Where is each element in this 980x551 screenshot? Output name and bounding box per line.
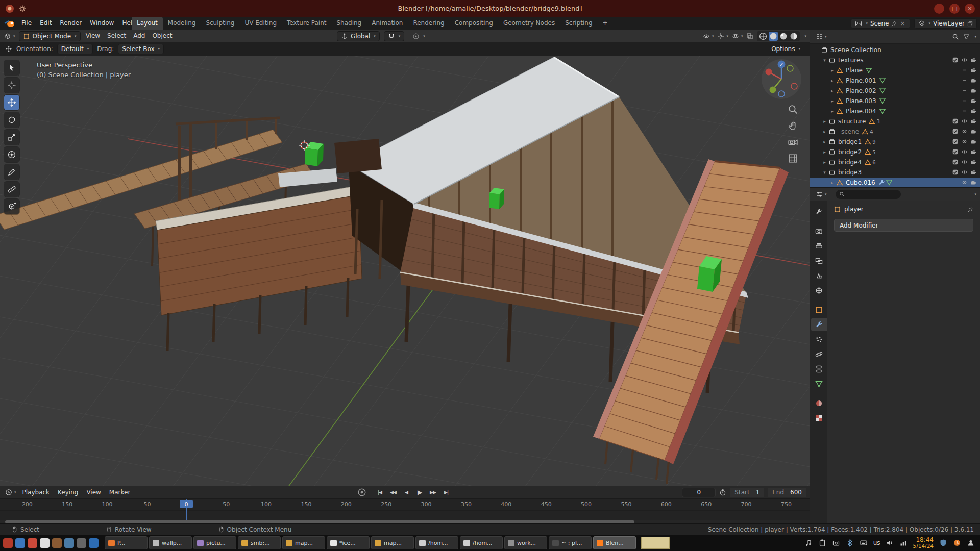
measure-tool-button[interactable] xyxy=(4,182,19,197)
next-keyframe-button[interactable]: ▶▶ xyxy=(427,487,439,497)
viewport-menu-view[interactable]: View xyxy=(82,30,104,42)
bluetooth-icon[interactable] xyxy=(846,539,854,547)
disclosure-right-icon[interactable]: ▸ xyxy=(828,78,836,83)
overlays-dropdown[interactable]: ▾ xyxy=(732,33,743,40)
launcher-icon-4[interactable] xyxy=(40,538,50,548)
outliner-row-bridge3[interactable]: ▾bridge3 xyxy=(810,167,980,178)
notes-plugin[interactable] xyxy=(641,537,670,549)
outliner-row-plane-004[interactable]: ▸Plane.004 xyxy=(810,106,980,116)
workspace-tab-animation[interactable]: Animation xyxy=(366,17,408,30)
checkbox-toggle[interactable] xyxy=(950,57,960,64)
timeline-editor-type-button[interactable]: ▾ xyxy=(3,489,18,496)
disclosure-right-icon[interactable]: ▸ xyxy=(828,88,836,93)
frame-end-field[interactable]: End600 xyxy=(768,488,806,497)
disclosure-right-icon[interactable]: ▸ xyxy=(828,180,836,185)
pin-icon[interactable] xyxy=(968,206,974,212)
launcher-icon-6[interactable] xyxy=(64,538,74,548)
camera-toggle[interactable] xyxy=(969,138,978,145)
outliner-row-cube-016[interactable]: ▸Cube.016 xyxy=(810,178,980,187)
session-icon[interactable] xyxy=(966,539,975,547)
camera-toggle[interactable] xyxy=(969,57,978,64)
settings-gear-icon[interactable] xyxy=(18,5,27,13)
disclosure-right-icon[interactable]: ▸ xyxy=(828,98,836,104)
add-cube-tool-button[interactable] xyxy=(4,199,19,214)
shading-rendered-button[interactable] xyxy=(789,32,798,41)
camera-toggle[interactable] xyxy=(969,108,978,115)
player-cube-2[interactable] xyxy=(489,188,504,209)
workspace-tab-geometry-nodes[interactable]: Geometry Nodes xyxy=(498,17,560,30)
camera-toggle[interactable] xyxy=(969,67,978,74)
outliner-options-chevron-icon[interactable]: ▾ xyxy=(974,35,976,39)
play-reverse-button[interactable]: ◀ xyxy=(400,487,412,497)
workspace-tab-compositing[interactable]: Compositing xyxy=(450,17,498,30)
network-icon[interactable] xyxy=(899,539,908,547)
maximize-button[interactable]: □ xyxy=(949,4,960,14)
search-icon[interactable] xyxy=(952,33,959,40)
launcher-icon-3[interactable] xyxy=(28,538,37,548)
taskbar-window-5-map[interactable]: map... xyxy=(282,536,325,549)
eye-toggle[interactable] xyxy=(960,159,969,166)
properties-editor-type-button[interactable]: ▾ xyxy=(814,191,829,198)
eye-toggle[interactable] xyxy=(960,148,969,156)
outliner-row-bridge2[interactable]: ▸bridge25 xyxy=(810,147,980,157)
camera-toggle[interactable] xyxy=(969,128,978,135)
add-modifier-button[interactable]: Add Modifier xyxy=(834,219,973,232)
viewlayer-selector[interactable]: ▾ ViewLayer xyxy=(914,18,977,29)
properties-options-chevron-icon[interactable]: ▾ xyxy=(974,192,976,196)
taskbar-window-1-p[interactable]: P... xyxy=(105,536,148,549)
volume-icon[interactable] xyxy=(886,539,894,547)
jump-to-end-button[interactable]: ▶| xyxy=(440,487,452,497)
timeline-menu-playback[interactable]: Playback xyxy=(18,486,54,498)
checkbox-toggle[interactable] xyxy=(950,128,960,135)
taskbar-window-6-ice[interactable]: *ice... xyxy=(327,536,370,549)
taskbar-window-8-hom[interactable]: /hom... xyxy=(415,536,458,549)
workspace-tab-layout[interactable]: Layout xyxy=(132,17,163,30)
workspace-add-button[interactable]: + xyxy=(598,17,613,30)
checkbox-toggle[interactable] xyxy=(950,169,960,176)
menu-file[interactable]: File xyxy=(17,17,36,30)
timeline-menu-marker[interactable]: Marker xyxy=(105,486,134,498)
snapping-dropdown[interactable]: ▾ xyxy=(384,31,405,41)
outliner-row-scene[interactable]: ▸_scene4 xyxy=(810,127,980,137)
timeline-menu-view[interactable]: View xyxy=(82,486,105,498)
taskbar-window-10-work[interactable]: work... xyxy=(504,536,547,549)
taskbar-window-9-hom[interactable]: /hom... xyxy=(460,536,503,549)
minimize-button[interactable]: – xyxy=(934,4,944,14)
updates-icon[interactable] xyxy=(952,539,961,547)
outliner-row-scene-collection[interactable]: Scene Collection xyxy=(810,45,980,55)
stopwatch-icon[interactable] xyxy=(719,489,726,496)
workspace-tab-modeling[interactable]: Modeling xyxy=(163,17,201,30)
proportional-editing-dropdown[interactable]: ▾ xyxy=(408,31,429,41)
viewport-menu-add[interactable]: Add xyxy=(130,30,149,42)
camera-toggle[interactable] xyxy=(969,148,978,156)
jump-to-start-button[interactable]: |◀ xyxy=(374,487,386,497)
eye-toggle[interactable] xyxy=(960,138,969,145)
transform-tool-button[interactable] xyxy=(4,147,19,162)
frame-start-field[interactable]: Start1 xyxy=(730,488,764,497)
outliner-row-plane-001[interactable]: ▸Plane.001 xyxy=(810,76,980,86)
security-shield-icon[interactable] xyxy=(939,539,947,547)
taskbar-window-12-blen[interactable]: Blen... xyxy=(593,536,636,549)
outliner-editor-type-button[interactable]: ▾ xyxy=(814,33,829,40)
eye-toggle[interactable] xyxy=(960,169,969,176)
disclosure-right-icon[interactable]: ▸ xyxy=(821,160,828,165)
pan-hand-button[interactable] xyxy=(788,120,798,131)
xray-toggle[interactable] xyxy=(746,33,753,40)
menu-window[interactable]: Window xyxy=(86,17,118,30)
taskbar-window-2-wallp[interactable]: wallp... xyxy=(149,536,192,549)
navigation-gizmo[interactable]: Z xyxy=(761,58,802,100)
outliner-row-structure[interactable]: ▸structure3 xyxy=(810,116,980,127)
taskbar-window-11-pl[interactable]: ~ : pl... xyxy=(549,536,592,549)
editor-type-button[interactable]: ▾ xyxy=(2,33,17,40)
orientation-default-dropdown[interactable]: Default▾ xyxy=(57,44,93,54)
disclosure-right-icon[interactable]: ▸ xyxy=(821,119,828,124)
outliner-row-bridge4[interactable]: ▸bridge46 xyxy=(810,157,980,167)
viewport-scene[interactable] xyxy=(0,56,810,486)
workspace-tab-texture-paint[interactable]: Texture Paint xyxy=(282,17,331,30)
shading-wireframe-button[interactable] xyxy=(758,32,768,41)
scale-tool-button[interactable] xyxy=(4,130,19,145)
input-method-icon[interactable] xyxy=(860,539,868,547)
properties-tab-object[interactable] xyxy=(811,303,827,316)
workspace-tab-scripting[interactable]: Scripting xyxy=(560,17,597,30)
workspace-tab-rendering[interactable]: Rendering xyxy=(408,17,449,30)
